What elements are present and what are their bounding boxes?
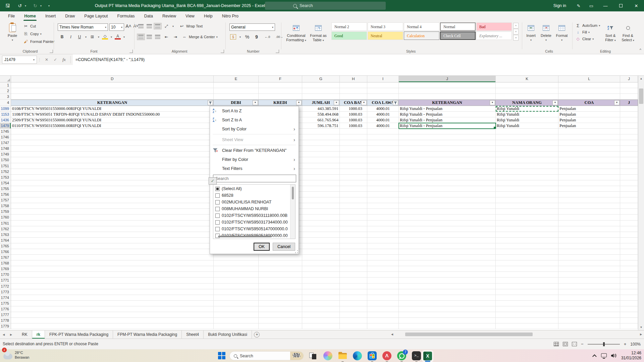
cell[interactable] xyxy=(558,243,620,249)
cell[interactable] xyxy=(558,255,620,260)
column-header-J[interactable]: J xyxy=(399,76,496,82)
cell[interactable] xyxy=(11,306,214,312)
cell[interactable]: Rifqi Yunaldi - Penjualan xyxy=(399,123,496,129)
filter-applied-icon[interactable] xyxy=(393,100,398,105)
accounting-format-icon[interactable]: $ xyxy=(230,34,236,40)
cell[interactable] xyxy=(11,186,214,192)
cell[interactable]: Rifqi Yunaldi xyxy=(496,117,558,123)
style-calculation[interactable]: Calculation xyxy=(404,32,439,40)
cell[interactable] xyxy=(399,289,496,295)
cell[interactable] xyxy=(214,82,259,88)
cell[interactable] xyxy=(11,278,214,283)
cell[interactable] xyxy=(496,226,558,232)
row-header-1775[interactable]: 1775 xyxy=(0,301,11,306)
scroll-down-icon[interactable]: ▼ xyxy=(638,324,644,330)
normal-view-icon[interactable] xyxy=(554,342,559,346)
cell[interactable] xyxy=(558,163,620,169)
bold-button[interactable]: B xyxy=(59,34,65,40)
undo-icon[interactable]: ↺ xyxy=(17,3,23,8)
filter-dropdown-icon[interactable]: ▼ xyxy=(490,100,495,105)
row-header-1769[interactable]: 1769 xyxy=(0,266,11,272)
cell[interactable] xyxy=(302,226,340,232)
cell[interactable] xyxy=(214,306,259,312)
cell[interactable] xyxy=(302,140,340,146)
row-header-1[interactable]: 1 xyxy=(0,82,11,88)
cell[interactable] xyxy=(340,323,367,329)
cell[interactable] xyxy=(11,284,214,289)
cell[interactable] xyxy=(214,260,259,266)
align-left-icon[interactable] xyxy=(138,35,144,39)
edge-button[interactable] xyxy=(353,351,362,360)
cell[interactable] xyxy=(340,175,367,180)
cell[interactable] xyxy=(496,197,558,203)
cell[interactable] xyxy=(302,215,340,220)
cell[interactable] xyxy=(302,129,340,134)
cell[interactable] xyxy=(340,272,367,278)
cell[interactable] xyxy=(558,140,620,146)
row-header-1771[interactable]: 1771 xyxy=(0,278,11,283)
cell[interactable] xyxy=(496,209,558,215)
row-header-1759[interactable]: 1759 xyxy=(0,209,11,215)
cell[interactable] xyxy=(11,243,214,249)
row-header-1750[interactable]: 1750 xyxy=(0,157,11,163)
cell[interactable] xyxy=(259,295,302,301)
cell[interactable] xyxy=(259,289,302,295)
cell[interactable] xyxy=(302,221,340,226)
cell[interactable] xyxy=(399,134,496,140)
cell[interactable] xyxy=(340,318,367,323)
cell[interactable] xyxy=(496,255,558,260)
nitro-button[interactable]: Λ xyxy=(382,351,391,360)
cell[interactable] xyxy=(399,255,496,260)
increase-indent-icon[interactable]: ⇥ xyxy=(172,34,178,40)
cell[interactable] xyxy=(496,152,558,157)
cell[interactable] xyxy=(399,129,496,134)
cell[interactable] xyxy=(11,134,214,140)
cell[interactable] xyxy=(340,134,367,140)
cell[interactable] xyxy=(558,221,620,226)
ribbon-tab-insert[interactable]: Insert xyxy=(41,11,60,21)
cancel-entry-icon[interactable]: ✕ xyxy=(42,57,51,62)
cell[interactable] xyxy=(367,94,399,100)
cell[interactable] xyxy=(214,289,259,295)
cell[interactable] xyxy=(340,226,367,232)
terminal-button[interactable]: >_ xyxy=(412,351,421,360)
cell[interactable] xyxy=(620,146,638,152)
store-button[interactable] xyxy=(368,351,377,360)
cell[interactable] xyxy=(302,88,340,94)
sheet-tab-rk[interactable]: rk xyxy=(32,330,45,339)
cell[interactable] xyxy=(214,312,259,318)
cell[interactable] xyxy=(558,152,620,157)
column-header-D[interactable]: D xyxy=(11,76,214,82)
menu-clear-filter[interactable]: ✕ Clear Filter From "KETERANGAN" xyxy=(210,146,299,155)
cell[interactable] xyxy=(302,134,340,140)
row-header-1764[interactable]: 1764 xyxy=(0,238,11,243)
fill-color-icon[interactable]: ◇ xyxy=(102,34,108,40)
cell[interactable] xyxy=(620,203,638,209)
cell[interactable] xyxy=(259,266,302,272)
cell[interactable]: Rifqi Yunaldi - Penjualan xyxy=(399,117,496,123)
cell[interactable] xyxy=(340,215,367,220)
cell[interactable] xyxy=(558,323,620,329)
cell[interactable] xyxy=(558,94,620,100)
cell[interactable] xyxy=(399,323,496,329)
horizontal-scroll-thumb[interactable] xyxy=(405,333,533,336)
cell[interactable] xyxy=(259,260,302,266)
cell[interactable] xyxy=(620,163,638,169)
minimize-button[interactable]: — xyxy=(598,0,613,11)
menu-filter-by-color[interactable]: Filter by Color › xyxy=(210,155,299,164)
fill-button[interactable]: ↓Fill ▾ xyxy=(575,29,600,35)
italic-button[interactable]: I xyxy=(68,34,74,40)
style-bad[interactable]: Bad xyxy=(476,22,512,31)
cell[interactable] xyxy=(11,289,214,295)
cell[interactable]: Rifqi Yunaldi - Penjualan xyxy=(399,106,496,112)
sign-in-button[interactable]: Sign in xyxy=(547,3,572,8)
cell[interactable] xyxy=(399,140,496,146)
tab-scroll-right-icon[interactable]: ▶ xyxy=(7,330,15,339)
cell[interactable] xyxy=(496,157,558,163)
header-cell-g[interactable]: JUMLAH▼ xyxy=(302,100,340,106)
sheet-tab-sheet4[interactable]: Sheet4 xyxy=(182,330,204,339)
cell[interactable] xyxy=(11,146,214,152)
cell[interactable] xyxy=(340,82,367,88)
row-header-1755[interactable]: 1755 xyxy=(0,186,11,192)
cell[interactable] xyxy=(620,232,638,238)
